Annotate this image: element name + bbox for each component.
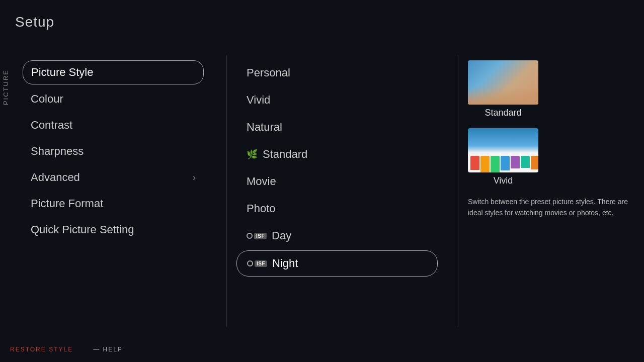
style-label-day: Day [272,229,291,242]
beach-hut-4 [511,156,520,168]
beach-hut-0 [470,156,479,170]
style-item-day[interactable]: ISFDay [236,223,438,248]
chevron-right-icon: › [193,172,196,183]
style-item-movie[interactable]: Movie [236,169,438,194]
description-text: Switch between the preset picture styles… [468,196,634,219]
left-menu-item-advanced[interactable]: Advanced› [23,166,204,189]
style-item-personal[interactable]: Personal [236,60,438,85]
preview-vivid: Vivid [468,128,634,186]
style-label-night: Night [272,257,298,270]
bottom-bar: RESTORE STYLE — HELP [10,346,123,353]
preview-label-vivid: Vivid [468,175,538,186]
beach-hut-1 [480,156,490,172]
left-menu-label-picture-format: Picture Format [31,197,103,210]
left-menu-item-picture-format[interactable]: Picture Format [23,192,204,215]
left-menu-item-picture-style[interactable]: Picture Style [23,60,204,84]
left-menu-label-sharpness: Sharpness [31,145,84,158]
style-item-night[interactable]: ISFNight [236,250,438,277]
beach-hut-3 [501,156,510,170]
styles-menu: PersonalVividNatural🌿StandardMoviePhotoI… [236,60,438,277]
preview-image-standard [468,60,538,105]
style-item-standard[interactable]: 🌿Standard [236,142,438,167]
left-menu-item-sharpness[interactable]: Sharpness [23,140,204,163]
left-menu-item-quick-picture-setting[interactable]: Quick Picture Setting [23,218,204,241]
right-panel: Standard Vivid Switch between the preset… [468,60,634,219]
style-item-natural[interactable]: Natural [236,115,438,140]
style-label-standard: Standard [263,148,307,161]
style-label-personal: Personal [247,66,290,79]
left-menu-label-colour: Colour [31,93,63,106]
left-menu-item-colour[interactable]: Colour [23,87,204,111]
preview-image-vivid [468,128,538,172]
left-menu-label-quick-picture-setting: Quick Picture Setting [31,223,134,236]
style-label-movie: Movie [247,175,276,188]
leaf-icon: 🌿 [247,149,258,160]
divider-left [226,55,227,327]
restore-style-action[interactable]: RESTORE STYLE [10,346,73,353]
beach-hut-2 [491,156,500,172]
beach-hut-5 [521,156,530,167]
help-action[interactable]: — HELP [93,346,123,353]
style-label-vivid: Vivid [247,94,270,107]
left-menu-item-contrast[interactable]: Contrast [23,114,204,137]
style-label-photo: Photo [247,202,276,215]
left-menu-label-contrast: Contrast [31,119,72,132]
section-label: Picture [0,65,12,109]
left-menu: Picture StyleColourContrastSharpnessAdva… [23,60,204,241]
style-item-photo[interactable]: Photo [236,196,438,221]
preview-label-standard: Standard [468,108,538,118]
divider-right [458,55,458,327]
left-menu-label-advanced: Advanced [31,171,80,184]
style-item-vivid[interactable]: Vivid [236,87,438,113]
isf-icon: ISF [247,233,267,239]
huts-decoration [470,156,538,172]
page-title: Setup [15,14,54,30]
isf-icon: ISF [247,260,267,267]
beach-hut-6 [531,156,538,169]
preview-standard: Standard [468,60,634,118]
style-label-natural: Natural [247,121,282,134]
left-menu-label-picture-style: Picture Style [31,66,94,79]
